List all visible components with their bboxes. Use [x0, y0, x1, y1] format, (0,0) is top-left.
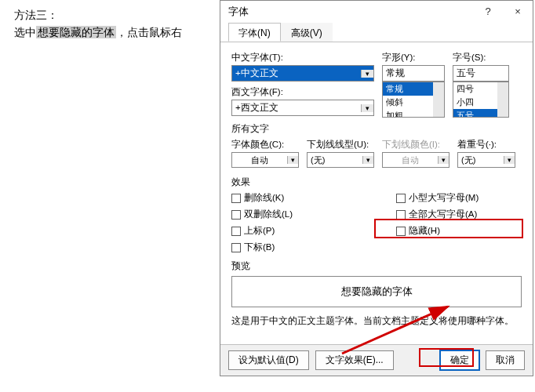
underline-label: 下划线线型(U):: [307, 139, 374, 151]
font-color-label: 字体颜色(C):: [231, 139, 299, 151]
font-dialog: 字体 ? × 字体(N) 高级(V) 中文字体(T): +中文正文 ▾ 西文字体…: [220, 0, 533, 376]
ul-color-select: 自动 ▾: [382, 152, 449, 168]
tab-advanced[interactable]: 高级(V): [281, 23, 333, 42]
cancel-button[interactable]: 取消: [486, 350, 525, 370]
ul-color-label: 下划线颜色(I):: [382, 139, 449, 151]
preview-text: 想要隐藏的字体: [341, 285, 413, 299]
preview-label: 预览: [231, 260, 522, 273]
scrollbar[interactable]: [433, 82, 444, 117]
hidden-checkbox[interactable]: 隐藏(H): [396, 225, 440, 237]
chevron-down-icon[interactable]: ▾: [287, 156, 298, 164]
description: 这是用于中文的正文主题字体。当前文档主题定义将使用哪种字体。: [231, 315, 522, 327]
underline-select[interactable]: (无) ▾: [307, 152, 374, 168]
style-label: 字形(Y):: [382, 52, 445, 64]
help-button[interactable]: ?: [473, 1, 503, 23]
style-input[interactable]: [382, 65, 445, 82]
dblstrike-checkbox[interactable]: 双删除线(L): [231, 209, 396, 220]
style-list[interactable]: 常规 倾斜 加粗: [382, 82, 445, 118]
titlebar: 字体 ? ×: [220, 1, 533, 23]
tab-strip: 字体(N) 高级(V): [220, 23, 533, 42]
western-font-label: 西文字体(F):: [231, 86, 374, 98]
font-color-select[interactable]: 自动 ▾: [231, 152, 299, 168]
background-text: 方法三： 选中想要隐藏的字体，点击鼠标右: [14, 6, 182, 41]
western-font-select[interactable]: +西文正文 ▾: [231, 100, 374, 116]
size-input[interactable]: [453, 65, 509, 82]
tab-font[interactable]: 字体(N): [228, 23, 281, 42]
bg-line1: 方法三：: [14, 6, 182, 24]
chevron-down-icon[interactable]: ▾: [361, 70, 373, 78]
strike-checkbox[interactable]: 删除线(K): [231, 192, 396, 204]
chevron-down-icon[interactable]: ▾: [504, 156, 515, 164]
alltext-label: 所有文字: [231, 122, 522, 136]
scrollbar[interactable]: [497, 82, 508, 117]
smallcaps-checkbox[interactable]: 小型大写字母(M): [396, 192, 479, 204]
preview-box: 想要隐藏的字体: [231, 276, 522, 307]
bg-line2: 选中想要隐藏的字体，点击鼠标右: [14, 24, 182, 41]
chinese-font-label: 中文字体(T):: [231, 52, 374, 64]
effects-label: 效果: [231, 176, 522, 189]
dialog-body: 中文字体(T): +中文正文 ▾ 西文字体(F): +西文正文 ▾ 字形(Y):…: [220, 42, 533, 330]
button-bar: 设为默认值(D) 文字效果(E)... 确定 取消: [220, 344, 533, 376]
dialog-title: 字体: [228, 5, 473, 19]
emphasis-select[interactable]: (无) ▾: [457, 152, 515, 168]
ok-button[interactable]: 确定: [440, 350, 479, 370]
size-list[interactable]: 四号 小四 五号: [453, 82, 509, 118]
chinese-font-select[interactable]: +中文正文 ▾: [231, 65, 374, 82]
emphasis-label: 着重号(·):: [457, 139, 515, 151]
text-effects-button[interactable]: 文字效果(E)...: [315, 350, 394, 370]
chevron-down-icon[interactable]: ▾: [362, 156, 373, 164]
set-default-button[interactable]: 设为默认值(D): [228, 350, 309, 370]
super-checkbox[interactable]: 上标(P): [231, 225, 396, 237]
sub-checkbox[interactable]: 下标(B): [231, 241, 275, 253]
close-button[interactable]: ×: [503, 1, 533, 23]
allcaps-checkbox[interactable]: 全部大写字母(A): [396, 209, 477, 220]
chevron-down-icon[interactable]: ▾: [361, 104, 373, 112]
selected-text: 想要隐藏的字体: [36, 26, 116, 38]
size-label: 字号(S):: [453, 52, 509, 64]
chevron-down-icon: ▾: [438, 156, 449, 164]
